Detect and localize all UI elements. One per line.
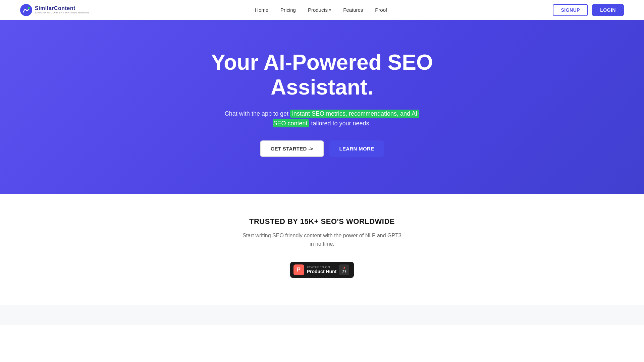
trusted-sub-line1: Start writing SEO friendly content with …	[243, 233, 401, 238]
nav-auth-buttons: SIGNUP LOGIN	[553, 4, 624, 16]
signup-button[interactable]: SIGNUP	[553, 4, 588, 16]
nav-link-pricing[interactable]: Pricing	[280, 7, 296, 13]
nav-link-features[interactable]: Features	[343, 7, 363, 13]
product-hunt-arrow: ▲	[342, 266, 346, 269]
learn-more-button[interactable]: LEARN MORE	[329, 140, 384, 157]
hero-subtitle: Chat with the app to get instant SEO met…	[221, 109, 423, 128]
hero-subtitle-after: tailored to your needs.	[309, 120, 371, 127]
login-button[interactable]: LOGIN	[592, 4, 624, 16]
product-hunt-logo-icon: P	[293, 264, 304, 275]
nav-links: Home Pricing Products Features Proof	[255, 7, 387, 13]
brand-tagline: SIMILAR AI CONTENT WRITING ENGINE	[35, 11, 89, 14]
product-hunt-count: 77	[342, 269, 346, 274]
trusted-heading: TRUSTED BY 15K+ SEO'S WORLDWIDE	[7, 217, 637, 226]
trusted-sub-line2: in no time.	[310, 241, 334, 247]
navbar: SimilarContent SIMILAR AI CONTENT WRITIN…	[0, 0, 644, 20]
nav-item-features[interactable]: Features	[343, 7, 363, 13]
brand-name: SimilarContent	[35, 5, 89, 11]
product-hunt-badge[interactable]: P FEATURED ON Product Hunt ▲ 77	[290, 262, 354, 278]
bottom-bar	[0, 305, 644, 325]
nav-item-pricing[interactable]: Pricing	[280, 7, 296, 13]
logo-text: SimilarContent SIMILAR AI CONTENT WRITIN…	[35, 5, 89, 14]
nav-link-products[interactable]: Products	[308, 7, 331, 13]
product-hunt-text: FEATURED ON Product Hunt	[307, 265, 337, 274]
product-hunt-votes: ▲ 77	[339, 264, 349, 275]
logo[interactable]: SimilarContent SIMILAR AI CONTENT WRITIN…	[20, 4, 89, 16]
nav-link-proof[interactable]: Proof	[375, 7, 387, 13]
logo-icon	[20, 4, 32, 16]
trusted-subtext: Start writing SEO friendly content with …	[238, 231, 406, 248]
product-hunt-featured-on: FEATURED ON	[307, 265, 330, 269]
svg-point-1	[28, 7, 30, 9]
nav-item-proof[interactable]: Proof	[375, 7, 387, 13]
hero-title: Your AI-Powered SEO Assistant.	[178, 50, 466, 100]
get-started-button[interactable]: GET STARTED ->	[260, 140, 324, 157]
hero-subtitle-before: Chat with the app to get	[225, 110, 290, 117]
trusted-section: TRUSTED BY 15K+ SEO'S WORLDWIDE Start wr…	[0, 194, 644, 305]
product-hunt-name: Product Hunt	[307, 269, 337, 274]
hero-cta-buttons: GET STARTED -> LEARN MORE	[260, 140, 384, 157]
nav-item-home[interactable]: Home	[255, 7, 268, 13]
nav-link-home[interactable]: Home	[255, 7, 268, 13]
trusted-badges: P FEATURED ON Product Hunt ▲ 77	[7, 262, 637, 278]
hero-section: Your AI-Powered SEO Assistant. Chat with…	[0, 20, 644, 194]
nav-item-products[interactable]: Products	[308, 7, 331, 13]
